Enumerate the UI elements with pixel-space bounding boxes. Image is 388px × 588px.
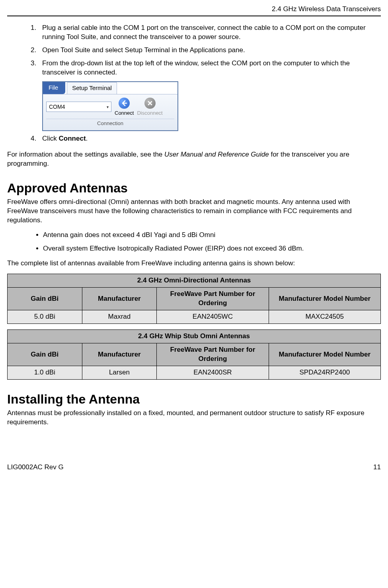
connect-button[interactable]: Connect <box>115 98 134 117</box>
footer-page-number: 11 <box>373 463 381 472</box>
app-body: COM4 ▾ Connect Disconnect Connection <box>43 94 177 130</box>
connection-group-label: Connection <box>46 119 174 127</box>
step-2: Open Tool Suite and select Setup Termina… <box>38 46 381 55</box>
step-4-bold: Connect <box>59 135 86 142</box>
page-footer: LIG0002AC Rev G 11 <box>7 463 381 472</box>
heading-approved-antennas: Approved Antennas <box>7 180 381 197</box>
connect-label: Connect <box>115 110 134 117</box>
settings-note: For information about the settings avail… <box>7 150 381 169</box>
table-omni-directional: 2.4 GHz Omni-Directional Antennas Gain d… <box>7 274 381 324</box>
table2-r0c1: Larsen <box>82 366 157 379</box>
table1-h2: FreeWave Part Number for Ordering <box>157 288 269 310</box>
approved-intro: FreeWave offers omni-directional (Omni) … <box>7 198 381 225</box>
step-4-suffix: . <box>86 135 88 142</box>
table2-r0c0: 1.0 dBi <box>8 366 82 379</box>
heading-installing-antenna: Installing the Antenna <box>7 391 381 408</box>
table2-r0c2: EAN2400SR <box>157 366 269 379</box>
bullet-gain: Antenna gain does not exceed 4 dBI Yagi … <box>43 231 381 240</box>
connect-icon <box>119 98 130 109</box>
tab-setup-terminal[interactable]: Setup Terminal <box>67 82 117 94</box>
page-header-title: 2.4 GHz Wireless Data Transceivers <box>7 5 381 16</box>
disconnect-label: Disconnect <box>137 110 162 117</box>
step-3: From the drop-down list at the top left … <box>38 59 381 77</box>
antenna-list-intro: The complete list of antennas available … <box>7 259 381 268</box>
table1-h0: Gain dBi <box>8 288 82 310</box>
step-1: Plug a serial cable into the COM 1 port … <box>38 24 381 42</box>
table2-h1: Manufacturer <box>82 343 157 366</box>
table-whip-stub: 2.4 GHz Whip Stub Omni Antennas Gain dBi… <box>7 329 381 380</box>
step-4-prefix: Click <box>42 135 59 142</box>
app-menubar: File Setup Terminal <box>43 82 177 94</box>
table1-r0c1: Maxrad <box>82 310 157 324</box>
com-port-value: COM4 <box>49 103 65 111</box>
table1-h3: Manufacturer Model Number <box>269 288 380 310</box>
table1-title: 2.4 GHz Omni-Directional Antennas <box>8 274 381 288</box>
table2-r0c3: SPDA24RP2400 <box>269 366 380 379</box>
disconnect-icon <box>144 98 156 109</box>
installing-text: Antennas must be professionally installe… <box>7 409 381 427</box>
table1-r0c2: EAN2405WC <box>157 310 269 324</box>
note-italic: User Manual and Reference Guide <box>164 151 269 158</box>
table1-r0c3: MAXC24505 <box>269 310 380 324</box>
step-4: Click Connect. <box>38 134 381 143</box>
table1-h1: Manufacturer <box>82 288 157 310</box>
steps-list: Plug a serial cable into the COM 1 port … <box>7 24 381 77</box>
app-screenshot: File Setup Terminal COM4 ▾ Connect <box>42 81 381 131</box>
app-window: File Setup Terminal COM4 ▾ Connect <box>42 81 178 131</box>
disconnect-button: Disconnect <box>137 98 162 117</box>
chevron-down-icon: ▾ <box>107 104 109 110</box>
table1-r0c0: 5.0 dBi <box>8 310 82 324</box>
bullet-eirp: Overall system Effective Isotropically R… <box>43 244 381 253</box>
header-rule <box>7 16 381 16</box>
com-port-dropdown[interactable]: COM4 ▾ <box>46 102 111 112</box>
table2-h0: Gain dBi <box>8 343 82 366</box>
steps-list-cont: Click Connect. <box>7 134 381 143</box>
footer-doc-id: LIG0002AC Rev G <box>7 463 64 472</box>
file-menu[interactable]: File <box>43 82 65 94</box>
table2-title: 2.4 GHz Whip Stub Omni Antennas <box>8 330 381 343</box>
table-row: 1.0 dBi Larsen EAN2400SR SPDA24RP2400 <box>8 366 381 379</box>
table2-h3: Manufacturer Model Number <box>269 343 380 366</box>
table-row: 5.0 dBi Maxrad EAN2405WC MAXC24505 <box>8 310 381 324</box>
requirements-list: Antenna gain does not exceed 4 dBI Yagi … <box>7 231 381 254</box>
table2-h2: FreeWave Part Number for Ordering <box>157 343 269 366</box>
note-prefix: For information about the settings avail… <box>7 151 164 158</box>
